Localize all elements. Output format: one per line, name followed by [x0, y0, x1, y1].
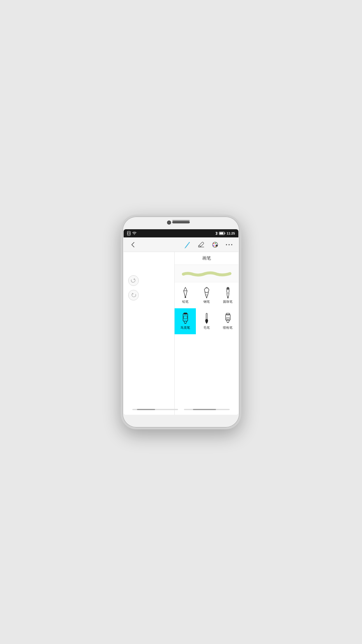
- svg-rect-4: [219, 232, 223, 235]
- bluetooth-icon: [215, 231, 218, 235]
- phone-frame: 11:25: [121, 215, 241, 429]
- svg-rect-33: [226, 313, 230, 315]
- palette-tool-button[interactable]: [210, 240, 220, 249]
- pen-tool-button[interactable]: [182, 240, 192, 249]
- tool-grid: 铅笔 钢笔: [175, 282, 238, 334]
- scrollbar-thumb-1: [137, 409, 155, 410]
- more-options-button[interactable]: [224, 240, 234, 249]
- redo-button[interactable]: [128, 275, 139, 286]
- svg-point-13: [216, 245, 218, 246]
- svg-point-9: [215, 243, 216, 244]
- svg-point-14: [226, 244, 227, 245]
- brush-icon: [201, 313, 212, 324]
- screen: 11:25: [124, 229, 238, 415]
- main-content: 画笔: [124, 252, 238, 415]
- svg-rect-28: [184, 313, 187, 314]
- marker-icon: [180, 313, 191, 324]
- spray-icon: 0: [222, 313, 234, 324]
- battery-icon: [219, 232, 226, 235]
- panel-title: 画笔: [175, 252, 238, 265]
- toolbar-right: [182, 240, 234, 249]
- svg-rect-3: [224, 233, 225, 234]
- fountain-pen-icon: [201, 287, 212, 298]
- status-right: 11:25: [215, 231, 235, 235]
- svg-point-15: [229, 244, 230, 245]
- horizontal-scrollbar-1[interactable]: [132, 409, 178, 410]
- svg-text:0: 0: [227, 318, 229, 320]
- svg-point-8: [213, 243, 215, 244]
- speaker: [172, 221, 190, 223]
- ballpen-label: 圆珠笔: [223, 300, 233, 304]
- back-button[interactable]: [128, 240, 138, 249]
- bottom-bar: [124, 407, 238, 412]
- camera: [167, 220, 171, 225]
- horizontal-scrollbar-2[interactable]: [184, 409, 230, 410]
- status-bar: 11:25: [124, 229, 238, 237]
- marker-tool-item[interactable]: 马克笔: [175, 308, 196, 334]
- undo-button[interactable]: [128, 290, 139, 300]
- spray-label: 喷枪笔: [223, 326, 233, 330]
- brush-label: 毛笔: [203, 326, 210, 330]
- toolbar-left: [128, 240, 138, 249]
- brush-panel: 画笔: [174, 252, 238, 415]
- svg-point-11: [215, 246, 216, 247]
- svg-rect-24: [227, 287, 229, 290]
- toolbar: [124, 237, 238, 252]
- spray-tool-item[interactable]: 0 喷枪笔: [217, 308, 238, 334]
- brush-stroke-preview: [182, 271, 231, 276]
- svg-rect-29: [184, 316, 187, 319]
- sim-icon: [127, 231, 131, 235]
- svg-rect-31: [206, 313, 207, 320]
- pen-label: 钢笔: [203, 300, 210, 304]
- ballpen-tool-item[interactable]: 圆珠笔: [217, 282, 238, 308]
- eraser-tool-button[interactable]: [196, 240, 206, 249]
- svg-point-12: [213, 245, 214, 246]
- pencil-icon: [180, 287, 191, 298]
- pen-tool-item[interactable]: 钢笔: [196, 282, 217, 308]
- svg-point-26: [227, 297, 229, 298]
- marker-label: 马克笔: [180, 326, 190, 330]
- canvas-area: [124, 252, 174, 415]
- time-display: 11:25: [227, 232, 235, 235]
- svg-marker-21: [184, 296, 186, 298]
- svg-point-16: [231, 244, 232, 245]
- scrollbar-thumb-2: [193, 409, 216, 410]
- pencil-tool-item[interactable]: 铅笔: [175, 282, 196, 308]
- pencil-label: 铅笔: [182, 300, 189, 304]
- status-left: [127, 231, 136, 235]
- brush-preview: [175, 265, 238, 282]
- wifi-icon: [132, 232, 136, 235]
- svg-rect-1: [128, 232, 130, 234]
- brush-tool-item[interactable]: 毛笔: [196, 308, 217, 334]
- ballpen-icon: [222, 287, 234, 298]
